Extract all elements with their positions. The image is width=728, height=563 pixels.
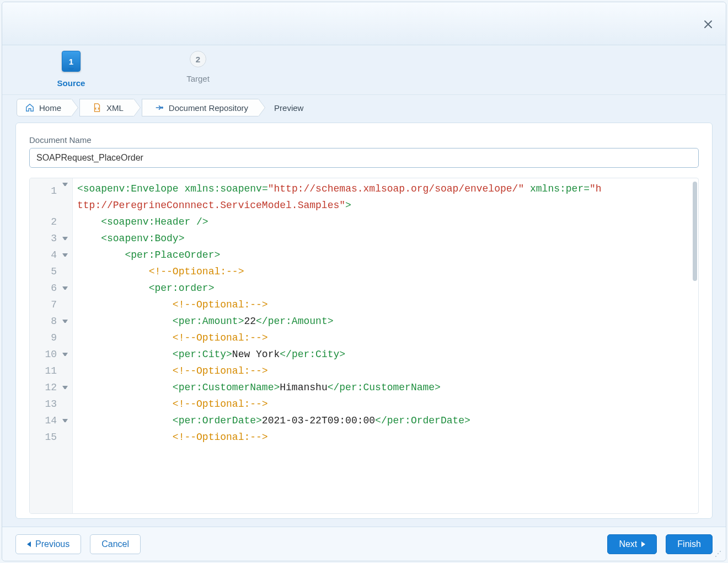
code-line[interactable]: <!--Optional:-->	[77, 429, 694, 445]
gutter-line: 5	[30, 263, 68, 280]
button-label: Finish	[677, 539, 701, 549]
file-code-icon	[92, 103, 102, 113]
code-line[interactable]: <per:order>	[77, 280, 694, 296]
fold-toggle-icon[interactable]	[62, 253, 68, 257]
fold-toggle-icon[interactable]	[62, 286, 68, 290]
step-badge-2: 2	[190, 51, 206, 67]
next-button[interactable]: Next	[607, 534, 657, 554]
gutter-line: 6	[30, 280, 68, 296]
code-editor[interactable]: 123456789101112131415 <soapenv:Envelope …	[29, 178, 699, 514]
repo-arrow-icon	[154, 103, 164, 113]
main-panel: Document Name 123456789101112131415 <soa…	[15, 123, 713, 519]
crumb-document-repository[interactable]: Document Repository	[142, 99, 259, 116]
step-source[interactable]: 1 Source	[46, 51, 96, 88]
code-line[interactable]: <!--Optional:-->	[77, 396, 694, 412]
gutter-line: 4	[30, 247, 68, 263]
wizard-steps: 1 Source 2 Target	[2, 45, 726, 95]
code-line[interactable]: <soapenv:Header />	[77, 214, 694, 230]
crumb-tail: Preview	[266, 103, 303, 113]
code-line[interactable]: <per:Amount>22</per:Amount>	[77, 313, 694, 330]
code-line[interactable]: <!--Optional:-->	[77, 296, 694, 313]
crumb-home[interactable]: Home	[17, 99, 72, 116]
fold-toggle-icon[interactable]	[62, 386, 68, 389]
fold-toggle-icon[interactable]	[62, 237, 68, 240]
step-label-2: Target	[186, 74, 210, 83]
fold-toggle-icon[interactable]	[62, 183, 68, 186]
home-icon	[25, 103, 35, 113]
fold-toggle-icon[interactable]	[62, 320, 68, 323]
document-name-label: Document Name	[29, 135, 699, 145]
wizard-footer: Previous Cancel Next Finish	[2, 527, 726, 561]
close-icon[interactable]	[703, 19, 714, 30]
chevron-right-icon	[641, 541, 645, 547]
gutter-line: 10	[30, 346, 68, 363]
crumb-label: Document Repository	[169, 103, 248, 113]
scrollbar-thumb[interactable]	[693, 182, 697, 281]
wizard-modal: 1 Source 2 Target Home XML Document Repo…	[2, 2, 726, 561]
code-line[interactable]: <!--Optional:-->	[77, 263, 694, 280]
crumb-xml[interactable]: XML	[79, 99, 134, 116]
cancel-button[interactable]: Cancel	[90, 534, 141, 554]
gutter-line: 1	[30, 180, 68, 214]
editor-code[interactable]: <soapenv:Envelope xmlns:soapenv="http://…	[73, 178, 698, 513]
document-name-input[interactable]	[29, 148, 699, 168]
code-line[interactable]: <per:City>New York</per:City>	[77, 346, 694, 363]
gutter-line: 12	[30, 379, 68, 396]
crumb-label: Home	[39, 103, 61, 113]
gutter-line: 8	[30, 313, 68, 330]
resize-grip-icon[interactable]: ⋰	[715, 550, 722, 557]
gutter-line: 11	[30, 363, 68, 379]
finish-button[interactable]: Finish	[666, 534, 713, 554]
button-label: Next	[619, 539, 637, 549]
modal-header	[2, 2, 726, 45]
fold-toggle-icon[interactable]	[62, 419, 68, 422]
fold-toggle-icon[interactable]	[62, 353, 68, 356]
svg-point-0	[161, 107, 163, 109]
crumb-label: XML	[106, 103, 124, 113]
step-target[interactable]: 2 Target	[173, 51, 223, 83]
button-label: Previous	[35, 539, 69, 549]
code-line[interactable]: <!--Optional:-->	[77, 363, 694, 379]
previous-button[interactable]: Previous	[15, 534, 81, 554]
code-line[interactable]: <per:PlaceOrder>	[77, 247, 694, 263]
button-label: Cancel	[101, 539, 129, 549]
breadcrumb: Home XML Document Repository Preview	[2, 95, 726, 120]
step-badge-1: 1	[62, 51, 81, 72]
step-label-1: Source	[57, 78, 85, 88]
code-line[interactable]: <per:OrderDate>2021-03-22T09:00:00</per:…	[77, 412, 694, 429]
code-line[interactable]: <soapenv:Body>	[77, 230, 694, 247]
gutter-line: 2	[30, 214, 68, 230]
gutter-line: 3	[30, 230, 68, 247]
gutter-line: 15	[30, 429, 68, 445]
code-line[interactable]: <per:CustomerName>Himanshu</per:Customer…	[77, 379, 694, 396]
gutter-line: 9	[30, 330, 68, 346]
code-line[interactable]: <!--Optional:-->	[77, 330, 694, 346]
chevron-left-icon	[27, 541, 31, 547]
gutter-line: 7	[30, 296, 68, 313]
code-line[interactable]: <soapenv:Envelope xmlns:soapenv="http://…	[77, 180, 607, 214]
editor-gutter: 123456789101112131415	[30, 178, 73, 513]
gutter-line: 14	[30, 412, 68, 429]
gutter-line: 13	[30, 396, 68, 412]
